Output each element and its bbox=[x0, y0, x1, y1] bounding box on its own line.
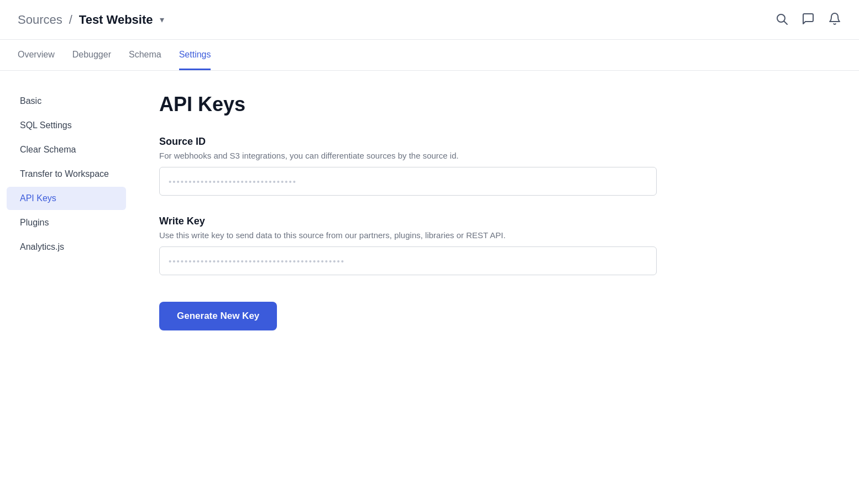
title-dropdown-chevron[interactable]: ▾ bbox=[160, 14, 164, 25]
messages-icon[interactable] bbox=[802, 12, 815, 28]
generate-new-key-button[interactable]: Generate New Key bbox=[159, 302, 277, 330]
main-content: API Keys Source ID For webhooks and S3 i… bbox=[133, 71, 859, 497]
content-area: Basic SQL Settings Clear Schema Transfer… bbox=[0, 71, 859, 497]
sidebar-item-api-keys[interactable]: API Keys bbox=[7, 187, 126, 210]
search-icon[interactable] bbox=[775, 12, 788, 28]
write-key-label: Write Key bbox=[159, 216, 832, 227]
sidebar-item-clear-schema[interactable]: Clear Schema bbox=[7, 138, 126, 161]
source-id-label: Source ID bbox=[159, 136, 832, 148]
sidebar-item-sql-settings[interactable]: SQL Settings bbox=[7, 114, 126, 137]
tab-overview[interactable]: Overview bbox=[18, 40, 55, 70]
api-keys-title: API Keys bbox=[159, 93, 832, 116]
sidebar-item-basic[interactable]: Basic bbox=[7, 90, 126, 113]
header-left: Sources / Test Website ▾ bbox=[18, 13, 164, 27]
sidebar-item-analytics-js[interactable]: Analytics.js bbox=[7, 235, 126, 259]
header-icons bbox=[775, 12, 841, 28]
svg-line-1 bbox=[784, 21, 788, 24]
notifications-icon[interactable] bbox=[828, 12, 841, 28]
tab-schema[interactable]: Schema bbox=[129, 40, 161, 70]
sidebar-item-plugins[interactable]: Plugins bbox=[7, 211, 126, 234]
page-title-header: Test Website bbox=[79, 13, 153, 27]
sidebar-item-transfer-to-workspace[interactable]: Transfer to Workspace bbox=[7, 162, 126, 186]
source-id-input[interactable] bbox=[159, 167, 657, 196]
breadcrumb-separator: / bbox=[69, 13, 72, 27]
source-id-section: Source ID For webhooks and S3 integratio… bbox=[159, 136, 832, 196]
source-id-description: For webhooks and S3 integrations, you ca… bbox=[159, 151, 832, 160]
write-key-description: Use this write key to send data to this … bbox=[159, 230, 832, 240]
write-key-section: Write Key Use this write key to send dat… bbox=[159, 216, 832, 275]
tabs-nav: Overview Debugger Schema Settings bbox=[0, 40, 859, 71]
settings-sidebar: Basic SQL Settings Clear Schema Transfer… bbox=[0, 71, 133, 497]
sources-link[interactable]: Sources bbox=[18, 13, 62, 27]
header: Sources / Test Website ▾ bbox=[0, 0, 859, 40]
tab-settings[interactable]: Settings bbox=[179, 40, 211, 70]
tab-debugger[interactable]: Debugger bbox=[72, 40, 111, 70]
write-key-input[interactable] bbox=[159, 246, 657, 275]
